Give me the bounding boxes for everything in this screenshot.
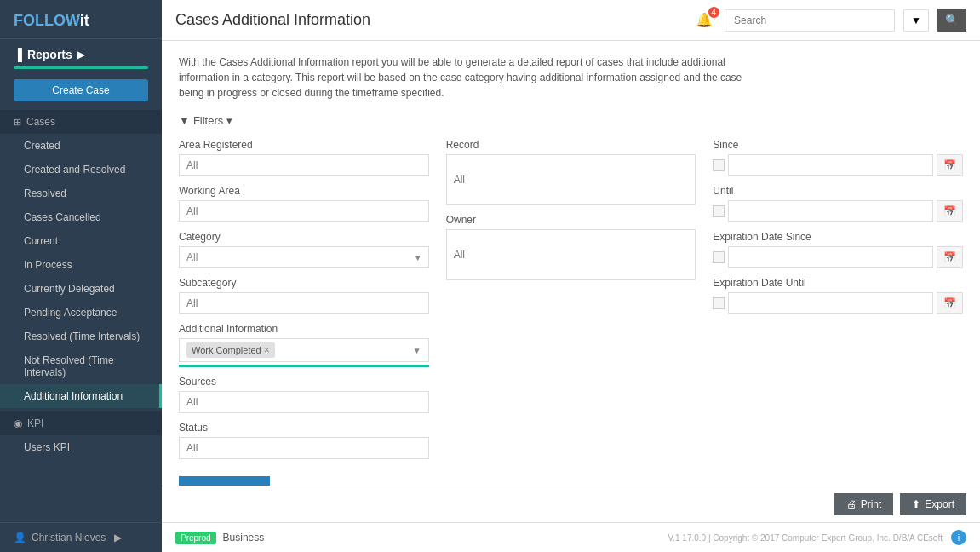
until-checkbox[interactable] [713, 205, 725, 217]
version-text: V.1 17.0.0 | Copyright © 2017 Computer E… [668, 533, 943, 543]
owner-label: Owner [446, 214, 696, 226]
expiration-since-checkbox[interactable] [713, 251, 725, 263]
filters-bar[interactable]: ▼ Filters ▾ [179, 114, 963, 127]
reports-label: Reports [27, 48, 72, 61]
sidebar-item-additional-info[interactable]: Additional Information [0, 384, 162, 408]
category-label: Category [179, 231, 429, 243]
sidebar-item-pending[interactable]: Pending Acceptance [0, 301, 162, 325]
since-row: 📅 [713, 154, 963, 176]
calendar-icon: 📅 [943, 251, 956, 263]
sidebar-item-not-resolved-time[interactable]: Not Resolved (Time Intervals) [0, 348, 162, 384]
expiration-until-checkbox[interactable] [713, 297, 725, 309]
until-group: Until 📅 [713, 185, 963, 222]
record-group: Record [446, 139, 696, 205]
footer: Preprod Business V.1 17.0.0 | Copyright … [162, 522, 980, 552]
area-registered-input[interactable] [179, 154, 429, 176]
expiration-since-row: 📅 [713, 246, 963, 268]
content-area: With the Cases Additional Information re… [162, 41, 980, 486]
create-case-button[interactable]: Create Case [14, 79, 148, 101]
expiration-since-label: Expiration Date Since [713, 231, 963, 243]
until-row: 📅 [713, 200, 963, 222]
kpi-icon: ◉ [14, 417, 22, 429]
additional-info-underline [179, 365, 429, 367]
sidebar-item-current[interactable]: Current [0, 229, 162, 253]
bell-icon[interactable]: 🔔 4 [696, 12, 713, 28]
expiration-since-group: Expiration Date Since 📅 [713, 231, 963, 268]
sidebar-item-resolved[interactable]: Resolved [0, 181, 162, 205]
working-area-label: Working Area [179, 185, 429, 197]
print-label: Print [861, 498, 882, 510]
category-select[interactable]: All [179, 246, 429, 268]
sources-input[interactable] [179, 391, 429, 413]
expiration-until-row: 📅 [713, 292, 963, 314]
since-checkbox[interactable] [713, 159, 725, 171]
form-col-1: Area Registered Working Area Category Al… [179, 139, 429, 459]
calendar-icon: 📅 [943, 297, 956, 309]
kpi-section-label: KPI [27, 417, 43, 429]
export-icon: ⬆ [912, 498, 920, 510]
until-label: Until [713, 185, 963, 197]
area-registered-group: Area Registered [179, 139, 429, 176]
search-input[interactable] [725, 9, 895, 32]
sidebar-item-users-kpi[interactable]: Users KPI [0, 435, 162, 459]
page-title: Cases Additional Information [175, 11, 687, 29]
preprod-badge: Preprod [175, 532, 216, 544]
cases-icon: ⊞ [14, 117, 21, 128]
tag-remove-icon[interactable]: × [264, 344, 270, 356]
user-name: Christian Nieves [32, 532, 106, 543]
sidebar-item-created[interactable]: Created [0, 134, 162, 158]
additional-info-tag: Work Completed × [186, 342, 275, 358]
calendar-icon: 📅 [943, 159, 956, 171]
expiration-since-input[interactable] [728, 246, 933, 268]
sidebar-item-resolved-time[interactable]: Resolved (Time Intervals) [0, 325, 162, 348]
owner-input[interactable] [446, 229, 696, 280]
status-input[interactable] [179, 437, 429, 459]
logo-text2: it [80, 12, 89, 29]
user-chevron-icon: ▶ [114, 532, 122, 543]
tag-dropdown-icon: ▼ [413, 346, 421, 355]
sources-label: Sources [179, 376, 429, 388]
kpi-section-header: ◉ KPI [0, 411, 162, 435]
sources-group: Sources [179, 376, 429, 413]
print-button[interactable]: 🖨 Print [834, 493, 894, 515]
business-label: Business [223, 532, 668, 543]
info-button[interactable]: i [951, 530, 966, 545]
filter-button[interactable]: ▼ [903, 9, 929, 32]
since-calendar-button[interactable]: 📅 [937, 154, 963, 176]
since-group: Since 📅 [713, 139, 963, 176]
expiration-since-calendar-button[interactable]: 📅 [937, 246, 963, 268]
sidebar-item-created-resolved[interactable]: Created and Resolved [0, 158, 162, 181]
sidebar-item-in-process[interactable]: In Process [0, 253, 162, 277]
logo-text1: FOLLOW [14, 12, 80, 29]
search-button[interactable]: 🔍 [937, 9, 966, 32]
export-label: Export [925, 498, 954, 510]
working-area-input[interactable] [179, 200, 429, 222]
additional-info-input-wrapper[interactable]: Work Completed × ▼ [179, 338, 429, 362]
since-label: Since [713, 139, 963, 151]
subcategory-input[interactable] [179, 292, 429, 314]
topbar: Cases Additional Information 🔔 4 ▼ 🔍 [162, 0, 980, 41]
export-button[interactable]: ⬆ Export [900, 493, 966, 515]
since-input[interactable] [728, 154, 933, 176]
main-content: Cases Additional Information 🔔 4 ▼ 🔍 Wit… [162, 0, 980, 552]
category-group: Category All ▼ [179, 231, 429, 268]
working-area-group: Working Area [179, 185, 429, 222]
expiration-until-input[interactable] [728, 292, 933, 314]
print-icon: 🖨 [846, 498, 857, 510]
record-input[interactable] [446, 154, 696, 205]
sidebar: FOLLOWit ▐ Reports ▶ Create Case ⊞ Cases… [0, 0, 162, 552]
sidebar-item-delegated[interactable]: Currently Delegated [0, 277, 162, 301]
record-label: Record [446, 139, 696, 151]
view-report-button[interactable]: View Report [179, 476, 270, 486]
user-menu[interactable]: 👤 Christian Nieves ▶ [0, 522, 162, 552]
reports-nav[interactable]: ▐ Reports ▶ [0, 39, 162, 66]
status-group: Status [179, 422, 429, 459]
until-calendar-button[interactable]: 📅 [937, 200, 963, 222]
sidebar-item-cancelled[interactable]: Cases Cancelled [0, 205, 162, 229]
notification-badge: 4 [708, 7, 720, 18]
subcategory-group: Subcategory [179, 277, 429, 314]
form-col-2: Record Owner [446, 139, 696, 459]
expiration-until-calendar-button[interactable]: 📅 [937, 292, 963, 314]
until-input[interactable] [728, 200, 933, 222]
page-description: With the Cases Additional Information re… [179, 55, 758, 101]
